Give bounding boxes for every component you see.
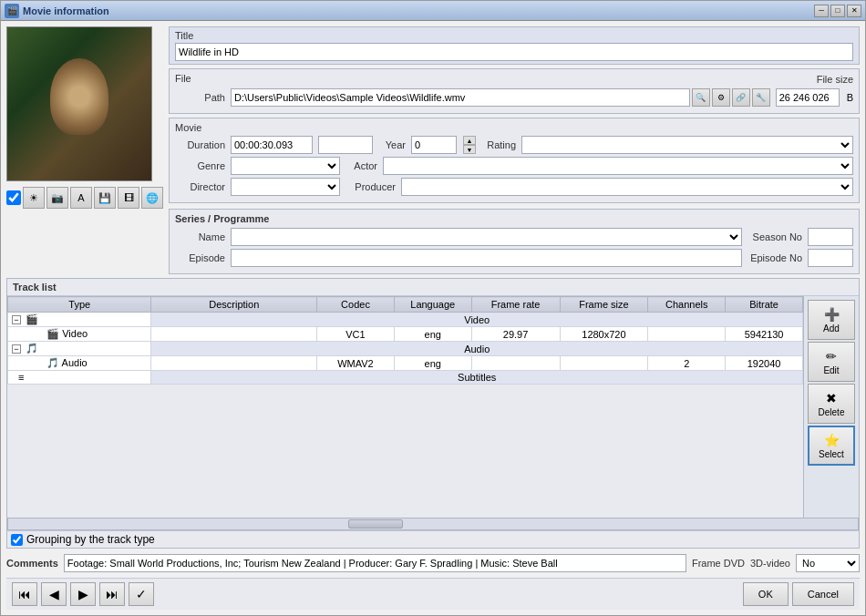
filesize-value: 26 246 026 [776, 88, 840, 107]
amazon-button[interactable]: A [70, 187, 92, 209]
path-label: Path [175, 92, 225, 103]
year-up-button[interactable]: ▲ [463, 136, 476, 145]
video-expand-icon[interactable]: − [12, 315, 21, 324]
last-button[interactable]: ⏭ [99, 582, 125, 606]
file-label: File [175, 73, 191, 84]
select-button[interactable]: ⭐ Select [808, 426, 855, 466]
path-search-button[interactable]: 🔍 [692, 88, 710, 107]
maximize-button[interactable]: □ [830, 5, 845, 17]
save-button[interactable]: 💾 [94, 187, 116, 209]
thumbnail [6, 26, 152, 181]
add-button[interactable]: ➕ Add [808, 300, 855, 340]
path-gear-button[interactable]: ⚙ [712, 88, 730, 107]
filesize-unit: B [847, 92, 853, 103]
name-row: Name Season No [175, 228, 853, 246]
confirm-nav-button[interactable]: ✓ [129, 582, 154, 606]
video-row-label: Video [62, 328, 88, 339]
scrollbar-thumb[interactable] [348, 519, 403, 529]
video-bitrate: 5942130 [726, 327, 803, 342]
episode-label: Episode [175, 252, 225, 263]
audio-channels: 2 [648, 356, 726, 371]
year-input[interactable] [411, 136, 457, 154]
track-table-area[interactable]: Type Description Codec Language Frame ra… [7, 296, 803, 518]
genre-label: Genre [175, 160, 225, 171]
duration-extra[interactable] [318, 136, 373, 154]
comments-input[interactable] [64, 554, 686, 572]
director-row: Director Producer [175, 178, 853, 196]
title-section: Title [169, 26, 860, 65]
episode-input[interactable] [231, 249, 742, 267]
minimize-button[interactable]: ─ [814, 5, 829, 17]
audio-icon: 🎵 [26, 343, 38, 354]
prev-button[interactable]: ◀ [41, 582, 67, 606]
path-row: Path 🔍 ⚙ 🔗 🔧 26 246 026 B [175, 88, 853, 107]
audio-expand-icon[interactable]: − [12, 344, 21, 354]
audio-bitrate: 192040 [726, 356, 803, 371]
table-row[interactable]: 🎵 Audio WMAV2 eng 2 192040 [8, 356, 803, 371]
audio-expand[interactable]: − 🎵 [8, 342, 151, 356]
next-button[interactable]: ▶ [70, 582, 96, 606]
last-icon: ⏭ [106, 587, 119, 601]
title-input[interactable] [175, 43, 853, 61]
delete-button[interactable]: ✖ Delete [808, 384, 855, 424]
sub-expand[interactable]: ≡ [8, 371, 151, 385]
video-3d-label: 3D-video [750, 558, 790, 569]
close-button[interactable]: ✕ [847, 5, 861, 17]
track-scrollbar[interactable] [7, 518, 859, 530]
season-no-input[interactable] [808, 228, 853, 246]
grouping-checkbox[interactable] [11, 534, 23, 546]
col-type: Type [8, 297, 151, 313]
producer-select[interactable] [401, 178, 853, 196]
hd-button[interactable]: 🎞 [118, 187, 139, 209]
edit-button[interactable]: ✏ Edit [808, 342, 855, 382]
name-label: Name [175, 231, 225, 242]
path-link-button[interactable]: 🔗 [732, 88, 750, 107]
video-3d-select[interactable]: No [796, 554, 860, 572]
name-select[interactable] [231, 228, 742, 246]
col-description: Description [151, 297, 317, 313]
web-button[interactable]: 🌐 [141, 187, 163, 209]
filesize-label: File size [817, 74, 853, 85]
confirm-nav-icon: ✓ [136, 587, 147, 601]
first-button[interactable]: ⏮ [12, 582, 37, 606]
sub-group-label: Subtitles [151, 371, 803, 385]
rating-select[interactable] [521, 136, 853, 154]
window-title: Movie information [23, 5, 814, 16]
next-icon: ▶ [78, 587, 88, 601]
brightness-button[interactable]: ☀ [23, 187, 45, 209]
camera-button[interactable]: 📷 [46, 187, 68, 209]
year-down-button[interactable]: ▼ [463, 145, 476, 154]
thumb-checkbox[interactable] [6, 190, 21, 205]
duration-input[interactable] [231, 136, 313, 154]
director-label: Director [175, 181, 225, 192]
title-bar: 🎬 Movie information ─ □ ✕ [1, 1, 865, 21]
video-expand[interactable]: − 🎬 [8, 313, 151, 327]
audio-lang: eng [394, 356, 471, 371]
audio-row-icon: 🎵 [46, 357, 59, 368]
episode-no-input[interactable] [808, 249, 853, 267]
video-codec: VC1 [317, 327, 395, 342]
col-channels: Channels [648, 297, 726, 313]
cancel-button[interactable]: Cancel [792, 582, 854, 606]
season-no-label: Season No [747, 231, 802, 242]
select-icon: ⭐ [824, 433, 840, 447]
grouping-label: Grouping by the track type [26, 533, 155, 546]
path-tool-button[interactable]: 🔧 [752, 88, 770, 107]
thumbnail-area: ☀ 📷 A 💾 🎞 🌐 [6, 26, 163, 274]
ok-button[interactable]: OK [743, 582, 789, 606]
genre-select[interactable] [231, 157, 340, 175]
file-section: File File size Path 🔍 ⚙ 🔗 🔧 [169, 68, 860, 114]
col-framerate: Frame rate [471, 297, 560, 313]
director-select[interactable] [231, 178, 340, 196]
track-section: Track list Type Description Codec Langua… [6, 278, 860, 549]
edit-icon: ✏ [826, 349, 837, 364]
path-input[interactable] [231, 88, 690, 107]
actor-select[interactable] [383, 157, 853, 175]
episode-row: Episode Episode No [175, 249, 853, 267]
table-row[interactable]: 🎬 Video VC1 eng 29.97 1280x720 5942130 [8, 327, 803, 342]
video-channels [648, 327, 726, 342]
video-row-icon: 🎬 [46, 328, 59, 339]
audio-codec: WMAV2 [317, 356, 395, 371]
video-fps: 29.97 [471, 327, 560, 342]
prev-icon: ◀ [49, 587, 59, 601]
